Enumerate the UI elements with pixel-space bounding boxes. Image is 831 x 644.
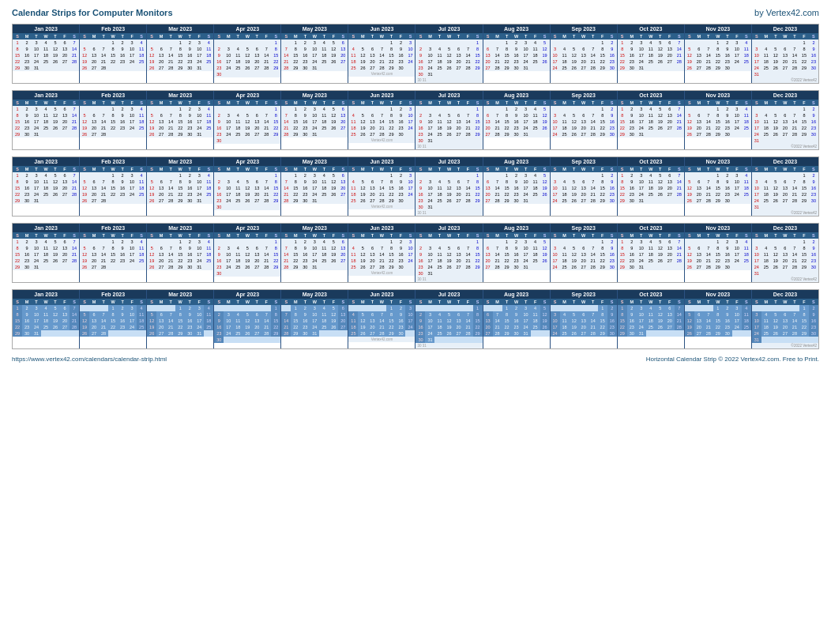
day-empty — [771, 40, 780, 46]
day-cell: 10 — [32, 245, 41, 251]
day-cell: 2 — [416, 46, 425, 52]
day-cell: 28 — [704, 198, 713, 204]
day-cell: 30 — [185, 264, 194, 270]
dow-cell: S — [271, 299, 280, 305]
dow-cell: T — [502, 33, 512, 40]
day-cell: 19 — [445, 58, 454, 65]
day-cell: 12 — [51, 46, 60, 52]
day-cell: 24 — [32, 324, 41, 330]
day-cell: 6 — [156, 311, 166, 318]
day-cell: 11 — [742, 311, 751, 318]
day-cell: 28 — [70, 324, 79, 330]
day-cell: 11 — [434, 119, 444, 125]
day-empty — [434, 270, 444, 277]
day-cell: 7 — [261, 245, 271, 251]
month-jul-2023: Jul 2023SMTWTFS1234567891011121314151617… — [416, 91, 483, 149]
day-cell: 15 — [713, 185, 723, 191]
day-cell: 10 — [127, 179, 137, 185]
dow-cell: W — [713, 299, 723, 305]
day-empty — [214, 172, 224, 179]
day-cell: 18 — [761, 58, 771, 65]
dow-cell: M — [156, 299, 166, 305]
day-cell: 12 — [771, 185, 780, 191]
day-cell: 3 — [32, 239, 41, 245]
day-empty — [204, 131, 213, 137]
day-empty — [377, 40, 386, 46]
day-cell: 9 — [185, 179, 194, 185]
day-cell: 4 — [204, 239, 213, 245]
day-cell: 7 — [464, 311, 473, 318]
day-cell: 9 — [809, 46, 818, 52]
day-cell: 29 — [502, 131, 512, 137]
day-cell: 8 — [799, 179, 809, 185]
day-cell: 14 — [493, 318, 502, 324]
day-cell: 22 — [598, 125, 607, 131]
day-cell: 31 — [752, 337, 761, 343]
day-cell: 20 — [338, 318, 348, 324]
dow-cell: S — [416, 299, 425, 305]
day-cell: 20 — [665, 251, 675, 258]
day-cell: 21 — [704, 258, 713, 264]
dow-cell: F — [665, 33, 675, 40]
day-cell: 16 — [22, 318, 32, 324]
day-cell: 24 — [551, 131, 560, 137]
day-cell: 1 — [175, 239, 185, 245]
day-cell: 19 — [147, 324, 156, 330]
day-empty — [243, 305, 252, 311]
day-cell: 19 — [540, 185, 550, 191]
day-cell: 17 — [425, 324, 434, 330]
dow-cell: S — [147, 100, 156, 106]
day-empty — [118, 65, 127, 71]
day-cell: 19 — [540, 251, 550, 258]
day-cell: 11 — [137, 112, 146, 119]
day-cell: 1 — [13, 40, 22, 46]
day-cell: 26 — [329, 58, 338, 65]
month-aug-2023: Aug 2023SMTWTFS1234567891011121314151617… — [483, 157, 551, 216]
dow-cell: S — [416, 33, 425, 40]
month-header: May 2023 — [281, 157, 348, 166]
dow-cell: T — [185, 232, 194, 239]
day-empty — [405, 330, 415, 337]
day-cell: 25 — [204, 258, 213, 264]
day-cell: 27 — [665, 58, 675, 65]
day-cell: 18 — [137, 251, 146, 258]
day-cell: 2 — [512, 106, 521, 112]
day-cell: 22 — [13, 58, 22, 65]
day-empty — [224, 172, 233, 179]
dow-cell: W — [108, 100, 118, 106]
day-cell: 7 — [261, 179, 271, 185]
day-cell: 4 — [233, 245, 243, 251]
day-cell: 6 — [579, 112, 588, 119]
day-cell: 12 — [51, 245, 60, 251]
day-cell: 19 — [540, 119, 550, 125]
day-cell: 24 — [425, 131, 434, 137]
day-cell: 11 — [41, 311, 51, 318]
day-cell: 26 — [147, 330, 156, 337]
day-cell: 22 — [291, 125, 300, 131]
dow-cell: S — [742, 232, 751, 239]
day-empty — [108, 198, 118, 204]
day-cell: 24 — [405, 191, 415, 198]
day-cell: 19 — [570, 258, 579, 264]
day-cell: 28 — [377, 198, 386, 204]
month-jun-2023: Jun 2023SMTWTFS1234567891011121314151617… — [348, 157, 416, 216]
day-cell: 26 — [445, 330, 454, 337]
day-cell: 4 — [434, 245, 444, 251]
day-cell: 1 — [108, 106, 118, 112]
day-cell: 22 — [291, 58, 300, 65]
dow-cell: T — [32, 33, 41, 40]
day-cell: 6 — [694, 245, 704, 251]
day-cell: 17 — [310, 318, 319, 324]
day-cell: 5 — [358, 179, 367, 185]
day-cell: 18 — [137, 185, 146, 191]
day-cell: 14 — [704, 318, 713, 324]
day-cell: 7 — [790, 245, 799, 251]
day-cell: 14 — [675, 311, 684, 318]
day-cell: 5 — [570, 245, 579, 251]
day-empty — [454, 40, 464, 46]
dow-cell: S — [809, 232, 818, 239]
day-empty — [137, 65, 146, 71]
day-cell: 12 — [51, 311, 60, 318]
day-empty — [790, 172, 799, 179]
day-cell: 20 — [156, 324, 166, 330]
